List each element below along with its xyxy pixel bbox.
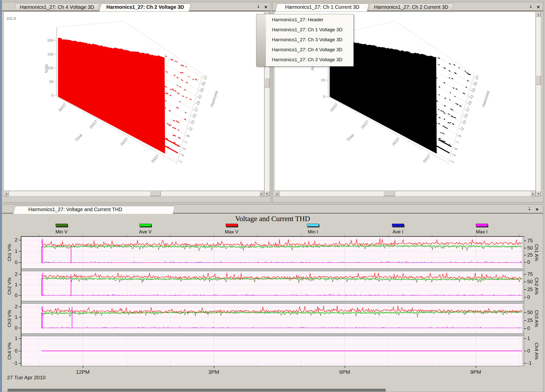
svg-text:200: 200 xyxy=(47,38,54,42)
a-axis-tick-label: 75 xyxy=(527,238,533,244)
horizontal-scrollbar[interactable]: ◄ ► xyxy=(4,191,264,196)
tab-label: Harmonics1_27: Voltage and Current THD xyxy=(14,206,174,213)
tab-list-chevron-icon[interactable]: ▾ xyxy=(255,5,262,10)
v-axis-minor-tick xyxy=(20,280,21,280)
vertical-scrollbar[interactable]: ▲ ▼ xyxy=(536,11,541,196)
tab-list-dropdown-menu: Harmonics1_27: HeaderHarmonics1_27: Ch 1… xyxy=(256,14,354,66)
scroll-down-icon[interactable]: ▼ xyxy=(536,191,541,196)
a-axis-tick xyxy=(524,363,526,364)
a-axis-tick xyxy=(524,274,526,275)
strip-right-axis-label: Ch4 A% xyxy=(534,342,539,360)
tab-label: Harmonics1_27: Ch 4 Voltage 3D xyxy=(15,4,99,10)
scroll-right-icon[interactable]: ► xyxy=(259,191,264,196)
legend-swatch xyxy=(476,224,488,227)
svg-text:04/27: 04/27 xyxy=(329,102,339,112)
svg-text:19: 19 xyxy=(195,100,201,106)
a-axis-tick-label: 25 xyxy=(527,318,533,323)
bottom-hour-tick xyxy=(301,366,301,367)
svg-text:15: 15 xyxy=(191,113,197,119)
bottom-hour-tick xyxy=(39,366,39,367)
menu-item[interactable]: Harmonics1_27: Ch 3 Voltage 3D xyxy=(266,35,353,45)
a-axis-tick xyxy=(524,328,526,329)
top-hour-tick xyxy=(388,235,389,236)
v-axis-tick-label: 0 xyxy=(7,260,18,265)
svg-text:27: 27 xyxy=(474,74,480,80)
panel-voltage-3d: Harmonics1_27: Ch 4 Voltage 3D Harmonics… xyxy=(2,2,271,202)
a-axis-tick xyxy=(524,297,526,298)
tab-ch1-current-3d[interactable]: Harmonics1_27: Ch 1 Current 3D xyxy=(275,3,369,11)
menu-item[interactable]: Harmonics1_27: Ch 2 Voltage 3D xyxy=(266,55,353,65)
v-axis-tick-label: -1 xyxy=(7,360,18,366)
a-axis-tick xyxy=(524,255,526,255)
tab-ch4-voltage-3d[interactable]: Harmonics1_27: Ch 4 Voltage 3D xyxy=(14,3,100,10)
top-hour-tick xyxy=(39,235,39,236)
menu-item[interactable]: Harmonics1_27: Ch 4 Voltage 3D xyxy=(266,45,353,55)
scroll-right-icon[interactable]: ► xyxy=(530,191,535,196)
svg-text:Harmonic: Harmonic xyxy=(481,90,490,107)
a-axis-tick xyxy=(524,282,526,282)
scrollbar-thumb[interactable] xyxy=(265,78,269,87)
scroll-left-icon[interactable]: ◄ xyxy=(274,191,279,196)
svg-text:50: 50 xyxy=(49,79,54,84)
menu-item[interactable]: Harmonics1_27: Header xyxy=(266,15,353,25)
bottom-hour-tick xyxy=(345,366,345,368)
scrollbar-thumb[interactable] xyxy=(383,191,395,196)
legend-item: Max V xyxy=(214,223,249,235)
scroll-left-icon[interactable]: ◄ xyxy=(4,191,9,196)
svg-text:7: 7 xyxy=(455,140,460,144)
top-hour-tick xyxy=(519,235,519,236)
svg-text:7: 7 xyxy=(184,140,189,144)
v-axis-tick xyxy=(19,328,21,328)
v-axis-tick xyxy=(19,363,21,364)
a-axis-tick xyxy=(524,289,526,290)
tab-voltage-current-thd[interactable]: Harmonics1_27: Voltage and Current THD xyxy=(13,206,175,214)
tab-list-chevron-icon[interactable]: ▾ xyxy=(526,207,533,212)
a-axis-tick-label: -1 xyxy=(527,360,532,366)
a-axis-tick xyxy=(524,338,526,339)
menu-gutter xyxy=(256,14,266,66)
legend-swatch xyxy=(139,224,151,227)
svg-text:Harmonic: Harmonic xyxy=(210,90,219,107)
bottom-hour-tick xyxy=(127,366,127,367)
x-axis-tick-label: 9PM xyxy=(470,369,481,375)
svg-text:5: 5 xyxy=(454,147,458,151)
v-axis-minor-tick xyxy=(20,345,21,345)
svg-text:Volts: Volts xyxy=(44,64,49,73)
svg-text:3: 3 xyxy=(180,153,185,157)
v-axis-tick-label: 0 xyxy=(7,325,18,331)
a-axis-tick xyxy=(524,241,526,241)
v-axis-tick-label: 2 xyxy=(7,271,18,277)
scroll-up-icon[interactable]: ▲ xyxy=(536,12,541,17)
thd-plot-frame xyxy=(21,236,524,366)
scrollbar-thumb[interactable] xyxy=(536,75,541,85)
svg-text:11: 11 xyxy=(459,126,465,132)
a-axis-tick-label: 0 xyxy=(527,348,530,354)
legend-item: Min V xyxy=(44,223,79,235)
close-icon[interactable]: × xyxy=(263,5,269,10)
strip-right-axis-label: Ch1 A% xyxy=(534,244,539,261)
date-label: 27 Tue Apr 2010 xyxy=(7,375,46,381)
top-hour-tick xyxy=(432,235,432,236)
tab-ch2-current-3d[interactable]: Harmonics1_27: Ch 2 Current 3D xyxy=(368,3,454,10)
horizontal-scrollbar[interactable]: ◄ ► xyxy=(274,191,536,196)
svg-text:04/27: 04/27 xyxy=(89,119,98,129)
menu-item[interactable]: Harmonics1_27: Ch 1 Voltage 3D xyxy=(266,25,353,35)
tab-ch2-voltage-3d[interactable]: Harmonics1_27: Ch 2 Voltage 3D xyxy=(99,3,191,11)
scrollbar-thumb[interactable] xyxy=(150,191,161,196)
legend-label: Max I xyxy=(464,229,499,235)
top-hour-tick xyxy=(476,235,476,236)
tab-label: Harmonics1_27: Ch 2 Voltage 3D xyxy=(100,4,190,10)
svg-text:27: 27 xyxy=(202,74,208,80)
svg-text:0: 0 xyxy=(52,93,54,97)
window-bottom-edge xyxy=(8,389,386,392)
close-icon[interactable]: × xyxy=(534,207,540,212)
bottom-hour-tick xyxy=(257,366,258,367)
svg-text:04/27: 04/27 xyxy=(120,136,129,146)
svg-text:19: 19 xyxy=(467,100,472,106)
close-icon[interactable]: × xyxy=(535,5,541,10)
tab-list-chevron-icon[interactable]: ▾ xyxy=(527,5,534,10)
v-axis-tick-label: 1 xyxy=(7,248,18,254)
strip-separator xyxy=(22,301,524,304)
svg-text:25: 25 xyxy=(201,81,206,87)
scroll-down-icon[interactable]: ▼ xyxy=(265,191,269,196)
